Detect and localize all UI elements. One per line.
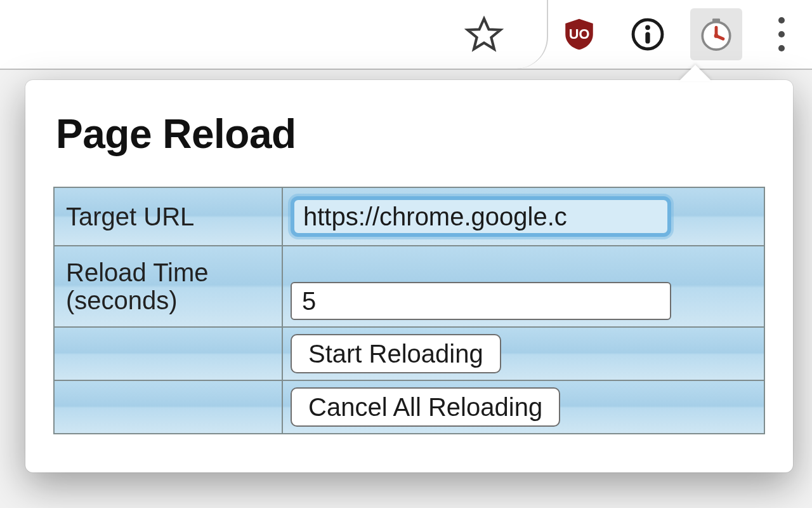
- omnibox-wrap: [0, 0, 548, 69]
- settings-table: Target URL Reload Time (seconds) Start R…: [53, 187, 765, 434]
- row-reload-time: Reload Time (seconds): [54, 246, 764, 327]
- row-cancel: Cancel All Reloading: [54, 380, 764, 434]
- target-url-cell: [282, 187, 764, 246]
- svg-point-3: [645, 25, 650, 30]
- svg-text:UO: UO: [569, 26, 590, 42]
- extension-icons: UO: [548, 8, 806, 60]
- ublock-icon[interactable]: UO: [553, 8, 605, 60]
- target-url-input[interactable]: [291, 196, 671, 237]
- browser-toolbar: UO: [0, 0, 812, 70]
- page-reload-extension-icon[interactable]: [690, 8, 742, 60]
- empty-cell-2: [54, 380, 282, 434]
- cancel-cell: Cancel All Reloading: [282, 380, 764, 434]
- page-reload-popup: Page Reload Target URL Reload Time (seco…: [25, 80, 793, 472]
- svg-rect-6: [712, 18, 720, 22]
- reload-time-cell: [282, 246, 764, 327]
- info-icon[interactable]: [622, 8, 674, 60]
- svg-marker-0: [468, 18, 501, 49]
- target-url-label: Target URL: [54, 187, 282, 246]
- reload-time-label: Reload Time (seconds): [54, 246, 282, 327]
- row-start: Start Reloading: [54, 327, 764, 380]
- bookmark-star-icon[interactable]: [462, 13, 506, 56]
- start-cell: Start Reloading: [282, 327, 764, 380]
- popup-title: Page Reload: [56, 110, 765, 157]
- reload-time-input[interactable]: [291, 282, 671, 320]
- svg-rect-4: [645, 32, 650, 43]
- cancel-all-reloading-button[interactable]: Cancel All Reloading: [291, 387, 560, 427]
- empty-cell-1: [54, 327, 282, 380]
- start-reloading-button[interactable]: Start Reloading: [291, 334, 501, 373]
- omnibox[interactable]: [0, 6, 456, 62]
- svg-point-9: [714, 34, 719, 38]
- browser-menu-icon[interactable]: [763, 8, 801, 60]
- row-target-url: Target URL: [54, 187, 764, 246]
